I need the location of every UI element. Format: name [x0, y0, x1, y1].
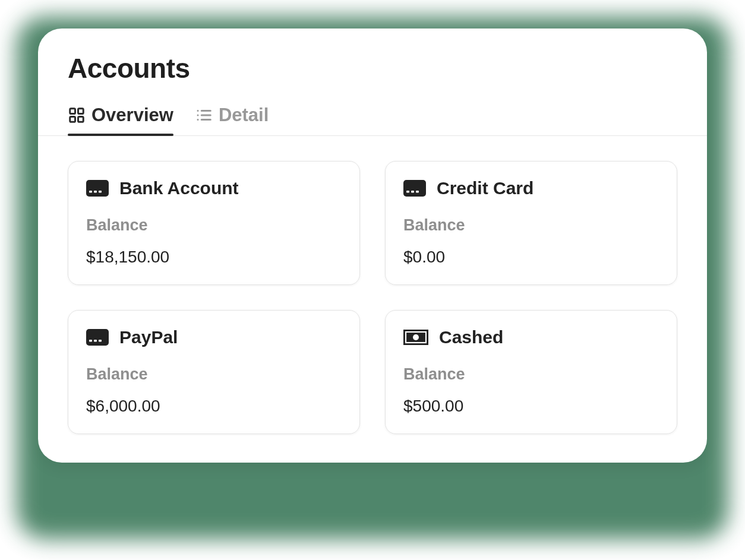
account-card-credit[interactable]: Credit Card Balance $0.00 [385, 161, 677, 285]
account-card-bank[interactable]: Bank Account Balance $18,150.00 [68, 161, 360, 285]
svg-point-24 [413, 334, 419, 340]
accounts-panel: Accounts Overview [38, 29, 707, 463]
cash-icon [403, 330, 428, 345]
list-icon [195, 106, 213, 124]
tabs: Overview Detail [38, 105, 707, 136]
svg-rect-15 [406, 191, 409, 193]
credit-card-icon [86, 180, 109, 197]
page-title: Accounts [38, 52, 707, 84]
balance-label: Balance [403, 365, 659, 384]
balance-value: $500.00 [403, 397, 659, 416]
svg-rect-10 [86, 180, 109, 197]
svg-point-5 [197, 115, 198, 116]
svg-rect-17 [416, 191, 419, 193]
tab-overview[interactable]: Overview [68, 105, 173, 135]
account-name: Credit Card [437, 178, 534, 198]
account-name: PayPal [119, 327, 178, 347]
account-card-paypal[interactable]: PayPal Balance $6,000.00 [68, 310, 360, 434]
svg-rect-0 [70, 109, 75, 114]
account-name: Bank Account [119, 178, 239, 198]
svg-rect-11 [89, 191, 92, 193]
balance-value: $18,150.00 [86, 248, 342, 267]
balance-value: $6,000.00 [86, 397, 342, 416]
svg-rect-14 [403, 180, 426, 197]
balance-label: Balance [403, 216, 659, 235]
balance-value: $0.00 [403, 248, 659, 267]
balance-label: Balance [86, 216, 342, 235]
svg-rect-16 [411, 191, 414, 193]
svg-rect-20 [94, 340, 97, 342]
svg-rect-19 [89, 340, 92, 342]
accounts-grid: Bank Account Balance $18,150.00 Credit C… [38, 136, 707, 434]
account-card-cashed[interactable]: Cashed Balance $500.00 [385, 310, 677, 434]
svg-rect-3 [78, 117, 84, 122]
svg-rect-21 [99, 340, 102, 342]
credit-card-icon [403, 180, 426, 197]
svg-rect-13 [99, 191, 102, 193]
svg-rect-12 [94, 191, 97, 193]
svg-rect-1 [78, 109, 84, 114]
card-header: PayPal [86, 327, 342, 347]
account-name: Cashed [439, 327, 503, 347]
card-header: Bank Account [86, 178, 342, 198]
tab-label: Overview [91, 105, 173, 126]
tab-detail[interactable]: Detail [195, 105, 269, 135]
card-header: Credit Card [403, 178, 659, 198]
tab-label: Detail [219, 105, 269, 126]
card-header: Cashed [403, 327, 659, 347]
svg-point-4 [197, 110, 198, 112]
svg-rect-18 [86, 329, 109, 346]
svg-point-6 [197, 119, 198, 121]
balance-label: Balance [86, 365, 342, 384]
credit-card-icon [86, 329, 109, 346]
grid-icon [68, 106, 86, 124]
svg-rect-2 [70, 117, 75, 122]
